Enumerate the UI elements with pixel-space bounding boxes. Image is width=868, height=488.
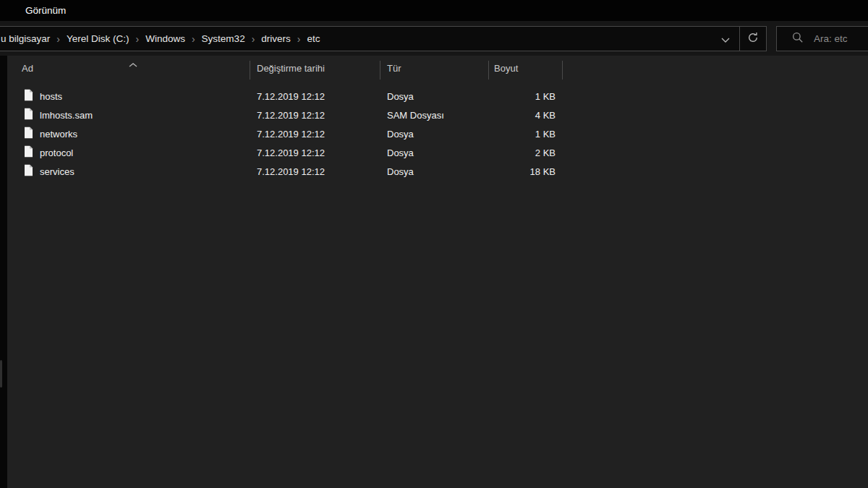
column-divider[interactable]: [562, 61, 563, 80]
file-modified: 7.12.2019 12:12: [257, 147, 325, 158]
file-list-pane: Ad Değiştirme tarihi Tür Boyut hosts 7.1…: [7, 56, 868, 488]
breadcrumb-item-local-disk-c[interactable]: Yerel Disk (C:): [67, 33, 129, 44]
breadcrumb-separator-icon: ›: [297, 33, 301, 45]
column-header-modified[interactable]: Değiştirme tarihi: [257, 63, 325, 74]
table-row[interactable]: lmhosts.sam 7.12.2019 12:12 SAM Dosyası …: [7, 106, 868, 124]
file-name[interactable]: networks: [40, 129, 77, 140]
search-input[interactable]: [814, 33, 868, 44]
search-box[interactable]: [776, 26, 868, 51]
table-row[interactable]: services 7.12.2019 12:12 Dosya 18 KB: [7, 162, 868, 181]
file-rows: hosts 7.12.2019 12:12 Dosya 1 KB lmhosts…: [7, 87, 868, 181]
file-type: SAM Dosyası: [387, 110, 444, 121]
file-modified: 7.12.2019 12:12: [257, 166, 325, 177]
file-name[interactable]: lmhosts.sam: [40, 110, 93, 121]
column-divider[interactable]: [488, 61, 489, 80]
address-bar-row: u bilgisayar › Yerel Disk (C:) › Windows…: [0, 21, 868, 56]
column-divider[interactable]: [250, 61, 250, 80]
refresh-button[interactable]: [739, 27, 766, 51]
breadcrumb-item-etc[interactable]: etc: [307, 33, 320, 44]
file-icon: [24, 127, 33, 141]
file-icon: [24, 146, 33, 160]
refresh-icon: [747, 32, 759, 46]
breadcrumb-separator-icon: ›: [136, 33, 140, 45]
chevron-down-icon: [721, 33, 730, 46]
breadcrumb-separator-icon: ›: [56, 33, 60, 45]
left-pane-edge: [0, 56, 7, 488]
address-field[interactable]: u bilgisayar › Yerel Disk (C:) › Windows…: [0, 26, 767, 51]
file-size: 4 KB: [488, 110, 556, 121]
file-name[interactable]: services: [40, 166, 75, 177]
breadcrumb-separator-icon: ›: [192, 33, 195, 45]
file-icon: [24, 165, 33, 179]
search-icon: [792, 32, 804, 46]
column-header-size[interactable]: Boyut: [494, 63, 518, 74]
column-header-type[interactable]: Tür: [387, 63, 401, 74]
breadcrumb-item-windows[interactable]: Windows: [145, 33, 185, 44]
file-type: Dosya: [387, 147, 414, 158]
scrollbar-fragment[interactable]: [0, 360, 2, 388]
ribbon-bar: Görünüm: [0, 0, 868, 21]
address-dropdown-button[interactable]: [712, 27, 739, 51]
breadcrumb-item-system32[interactable]: System32: [202, 33, 245, 44]
file-size: 1 KB: [488, 129, 556, 140]
file-size: 2 KB: [488, 147, 556, 158]
file-type: Dosya: [387, 129, 414, 140]
file-size: 18 KB: [488, 166, 556, 177]
breadcrumb-item-drivers[interactable]: drivers: [261, 33, 291, 44]
file-size: 1 KB: [488, 91, 556, 102]
file-type: Dosya: [387, 91, 414, 102]
column-divider[interactable]: [380, 61, 380, 80]
table-row[interactable]: hosts 7.12.2019 12:12 Dosya 1 KB: [7, 87, 868, 106]
file-modified: 7.12.2019 12:12: [257, 129, 325, 140]
file-name[interactable]: hosts: [40, 91, 62, 102]
breadcrumb-separator-icon: ›: [252, 33, 255, 45]
column-header-name[interactable]: Ad: [22, 63, 33, 74]
file-modified: 7.12.2019 12:12: [257, 110, 325, 121]
breadcrumb: u bilgisayar › Yerel Disk (C:) › Windows…: [0, 27, 712, 51]
file-name[interactable]: protocol: [40, 147, 73, 158]
sort-ascending-icon: [129, 57, 137, 70]
breadcrumb-item-this-pc[interactable]: u bilgisayar: [1, 33, 50, 44]
file-modified: 7.12.2019 12:12: [257, 91, 325, 102]
tab-view[interactable]: Görünüm: [25, 0, 66, 21]
table-row[interactable]: protocol 7.12.2019 12:12 Dosya 2 KB: [7, 143, 868, 162]
file-icon: [24, 90, 33, 103]
table-row[interactable]: networks 7.12.2019 12:12 Dosya 1 KB: [7, 124, 868, 143]
file-type: Dosya: [387, 166, 414, 177]
file-icon: [24, 108, 33, 122]
